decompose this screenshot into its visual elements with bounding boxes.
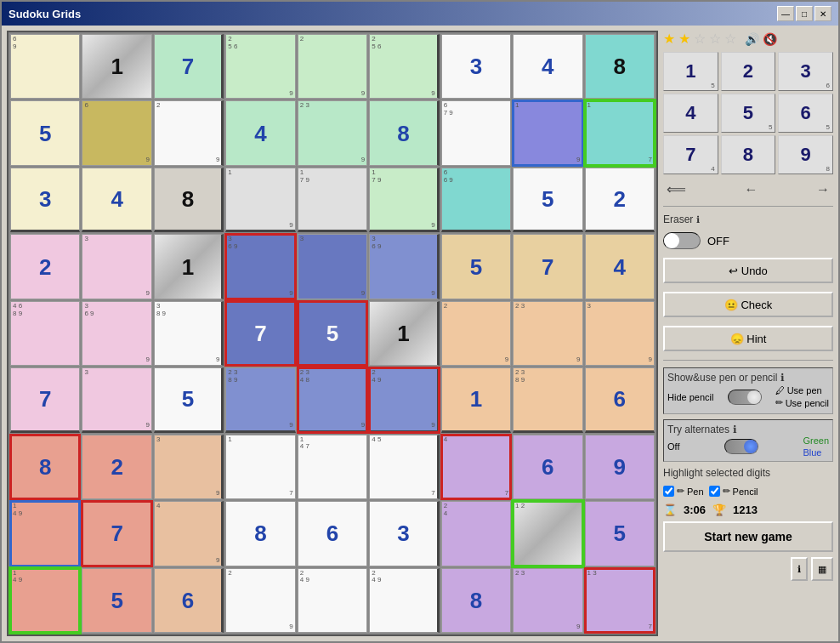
grid-cell-70[interactable]: 1 2 (513, 501, 582, 566)
nav-back-back[interactable]: ⟸ (667, 181, 686, 197)
numpad-5[interactable]: 5 5 (721, 94, 776, 133)
grid-cell-7[interactable]: 4 (513, 34, 582, 99)
grid-cell-76[interactable]: 2 4 9 (298, 568, 367, 633)
grid-cell-52[interactable]: 2 3 8 9 (513, 367, 582, 432)
grid-cell-74[interactable]: 6 (154, 568, 224, 633)
grid-cell-46[interactable]: 39 (82, 367, 151, 432)
grid-cell-72[interactable]: 1 4 9 (10, 568, 80, 633)
grid-cell-69[interactable]: 2 4 (441, 501, 511, 566)
grid-cell-65[interactable]: 49 (154, 501, 224, 566)
grid-cell-18[interactable]: 3 (10, 168, 80, 232)
sudoku-grid[interactable]: 6 9172 5 69292 5 693485692942 3986 7 919… (7, 31, 658, 636)
minimize-button[interactable]: — (777, 6, 794, 21)
grid-cell-6[interactable]: 3 (441, 34, 511, 99)
maximize-button[interactable]: □ (796, 6, 813, 21)
grid-cell-9[interactable]: 5 (10, 100, 80, 165)
grid-cell-0[interactable]: 6 9 (10, 34, 80, 99)
grid-cell-22[interactable]: 1 7 9 (298, 168, 367, 232)
numpad-6[interactable]: 6 5 (778, 94, 833, 133)
grid-cell-57[interactable]: 17 (225, 435, 295, 499)
highlight-pencil-checkbox[interactable] (709, 486, 720, 497)
grid-cell-39[interactable]: 7 (225, 301, 295, 366)
grid-cell-5[interactable]: 2 5 69 (369, 34, 439, 99)
grid-cell-54[interactable]: 8 (10, 435, 80, 499)
grid-cell-45[interactable]: 7 (10, 367, 80, 432)
numpad-2[interactable]: 2 (721, 52, 776, 91)
grid-cell-4[interactable]: 29 (298, 34, 367, 99)
grid-cell-20[interactable]: 8 (154, 168, 224, 232)
grid-cell-42[interactable]: 29 (441, 301, 511, 366)
grid-cell-80[interactable]: 1 37 (585, 568, 655, 633)
grid-cell-77[interactable]: 2 4 9 (369, 568, 439, 633)
grid-cell-71[interactable]: 5 (585, 501, 655, 566)
grid-cell-2[interactable]: 7 (154, 34, 224, 99)
grid-cell-59[interactable]: 4 57 (369, 435, 439, 499)
undo-button[interactable]: ↩ Undo (663, 258, 833, 283)
grid-cell-15[interactable]: 6 7 9 (441, 100, 511, 165)
grid-cell-73[interactable]: 5 (82, 568, 151, 633)
grid-cell-43[interactable]: 2 39 (513, 301, 582, 366)
grid-cell-55[interactable]: 2 (82, 435, 151, 499)
grid-cell-61[interactable]: 6 (513, 435, 582, 499)
grid-cell-78[interactable]: 8 (441, 568, 511, 633)
grid-cell-49[interactable]: 2 3 4 89 (298, 367, 367, 432)
grid-cell-29[interactable]: 1 (154, 234, 224, 299)
nav-forward[interactable]: → (816, 182, 830, 197)
grid-cell-21[interactable]: 19 (225, 168, 295, 232)
grid-cell-1[interactable]: 1 (82, 34, 151, 99)
grid-cell-44[interactable]: 39 (585, 301, 655, 366)
grid-cell-56[interactable]: 39 (154, 435, 224, 499)
grid-cell-62[interactable]: 9 (585, 435, 655, 499)
volume-icon[interactable]: 🔊 (745, 32, 759, 46)
eraser-toggle[interactable] (663, 232, 701, 249)
grid-cell-32[interactable]: 3 6 99 (369, 234, 439, 299)
alternates-toggle[interactable] (724, 439, 758, 454)
grid-cell-50[interactable]: 2 4 99 (369, 367, 439, 432)
grid-button[interactable]: ▦ (811, 557, 833, 581)
grid-cell-25[interactable]: 5 (513, 168, 582, 232)
highlight-pen-checkbox[interactable] (663, 486, 674, 497)
grid-cell-38[interactable]: 3 8 99 (154, 301, 224, 366)
info-button[interactable]: ℹ (791, 557, 808, 581)
grid-cell-64[interactable]: 7 (82, 501, 151, 566)
grid-cell-67[interactable]: 6 (298, 501, 367, 566)
pen-pencil-toggle[interactable] (728, 390, 762, 405)
start-new-game-button[interactable]: Start new game (663, 521, 833, 552)
numpad-8[interactable]: 8 (721, 135, 776, 174)
grid-cell-37[interactable]: 3 6 99 (82, 301, 151, 366)
grid-cell-17[interactable]: 17 (585, 100, 655, 165)
grid-cell-47[interactable]: 5 (154, 367, 224, 432)
grid-cell-40[interactable]: 5 (298, 301, 367, 366)
grid-cell-24[interactable]: 6 6 9 (441, 168, 511, 232)
grid-cell-36[interactable]: 4 6 8 9 (10, 301, 80, 366)
mute-icon[interactable]: 🔇 (763, 32, 777, 46)
grid-cell-26[interactable]: 2 (585, 168, 655, 232)
numpad-1[interactable]: 1 5 (663, 52, 718, 91)
grid-cell-10[interactable]: 69 (82, 100, 151, 165)
numpad-7[interactable]: 7 4 (663, 135, 718, 174)
grid-cell-75[interactable]: 29 (225, 568, 295, 633)
grid-cell-60[interactable]: 47 (441, 435, 511, 499)
grid-cell-79[interactable]: 2 39 (513, 568, 582, 633)
grid-cell-66[interactable]: 8 (225, 501, 295, 566)
grid-cell-41[interactable]: 1 (369, 301, 439, 366)
grid-cell-63[interactable]: 1 4 9 (10, 501, 80, 566)
numpad-4[interactable]: 4 (663, 94, 718, 133)
grid-cell-19[interactable]: 4 (82, 168, 151, 232)
grid-cell-11[interactable]: 29 (154, 100, 224, 165)
grid-cell-16[interactable]: 19 (513, 100, 582, 165)
grid-cell-58[interactable]: 1 4 7 (298, 435, 367, 499)
grid-cell-31[interactable]: 39 (298, 234, 367, 299)
grid-cell-48[interactable]: 2 3 8 99 (225, 367, 295, 432)
hint-button[interactable]: 😞 Hint (663, 326, 833, 351)
grid-cell-68[interactable]: 3 (369, 501, 439, 566)
grid-cell-13[interactable]: 2 39 (298, 100, 367, 165)
grid-cell-34[interactable]: 7 (513, 234, 582, 299)
grid-cell-30[interactable]: 3 6 99 (225, 234, 295, 299)
grid-cell-53[interactable]: 6 (585, 367, 655, 432)
grid-cell-27[interactable]: 2 (10, 234, 80, 299)
numpad-3[interactable]: 3 6 (778, 52, 833, 91)
grid-cell-51[interactable]: 1 (441, 367, 511, 432)
grid-cell-8[interactable]: 8 (585, 34, 655, 99)
grid-cell-35[interactable]: 4 (585, 234, 655, 299)
